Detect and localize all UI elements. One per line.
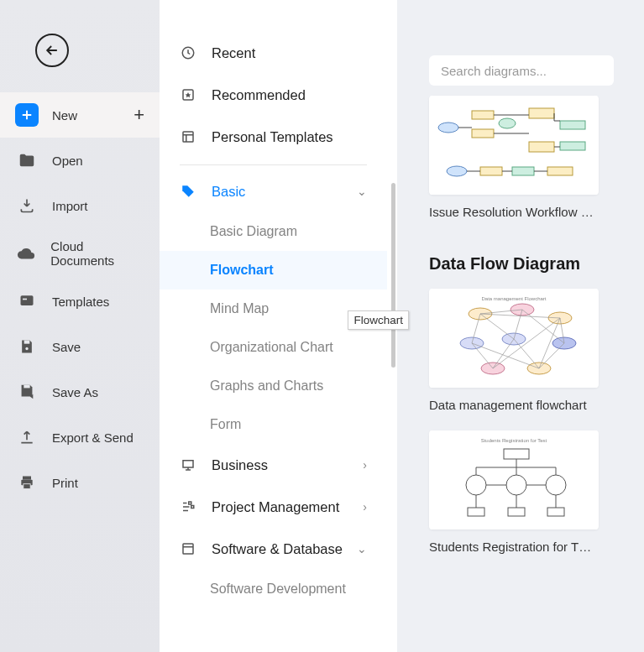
category-project-management[interactable]: Project Management › <box>160 486 387 528</box>
sidebar-item-new[interactable]: New + <box>0 92 160 138</box>
svg-rect-11 <box>183 461 193 467</box>
svg-rect-10 <box>183 132 193 142</box>
category-business[interactable]: Business › <box>160 444 387 486</box>
sidebar-item-save-as[interactable]: Save As <box>0 369 160 415</box>
svg-rect-2 <box>24 341 30 344</box>
database-icon <box>180 540 196 557</box>
svg-rect-4 <box>24 385 29 389</box>
save-icon <box>15 335 39 358</box>
svg-rect-14 <box>183 544 193 554</box>
category-label: Business <box>212 457 268 473</box>
sidebar-item-save[interactable]: Save <box>0 324 160 369</box>
sub-software-development[interactable]: Software Development <box>160 570 387 608</box>
save-as-icon <box>15 380 39 404</box>
print-icon <box>15 471 39 494</box>
divider <box>180 164 367 165</box>
category-basic[interactable]: Basic ⌄ <box>160 170 387 212</box>
svg-rect-38 <box>430 430 598 529</box>
sub-basic-diagram[interactable]: Basic Diagram <box>160 212 387 251</box>
svg-rect-0 <box>21 295 34 305</box>
presentation-icon <box>180 456 196 473</box>
svg-rect-20 <box>560 121 585 129</box>
template-card-students-registration[interactable]: Students Registration for Test Students … <box>429 430 599 554</box>
category-label: Software & Database <box>212 541 343 557</box>
templates-icon <box>15 289 39 313</box>
sub-flowchart[interactable]: Flowchart <box>160 251 387 289</box>
sidebar-item-label: Save <box>52 340 81 354</box>
svg-rect-13 <box>191 506 194 509</box>
search-input[interactable] <box>429 55 614 86</box>
folder-icon <box>15 149 39 172</box>
svg-rect-21 <box>560 142 585 150</box>
template-thumbnail: Students Registration for Test <box>429 430 599 529</box>
category-label: Personal Templates <box>212 129 333 145</box>
svg-rect-26 <box>512 167 534 175</box>
scrollbar-thumb[interactable] <box>391 183 395 368</box>
sidebar-item-label: Open <box>52 154 83 168</box>
project-icon <box>180 498 196 515</box>
clock-icon <box>180 44 196 61</box>
sidebar-item-export-send[interactable]: Export & Send <box>0 415 160 460</box>
sidebar-item-label: Print <box>52 476 78 490</box>
chevron-down-icon: ⌄ <box>357 542 367 556</box>
section-title: Data Flow Diagram <box>429 254 644 274</box>
svg-rect-7 <box>24 484 30 489</box>
template-card-issue-resolution[interactable]: Issue Resolution Workflow … <box>429 96 599 219</box>
import-icon <box>15 194 39 217</box>
category-recent[interactable]: Recent <box>160 32 387 74</box>
sidebar-item-label: New <box>52 108 77 123</box>
svg-rect-12 <box>189 502 191 504</box>
svg-rect-16 <box>472 111 494 119</box>
chevron-right-icon: › <box>363 500 367 514</box>
sidebar-item-cloud-documents[interactable]: Cloud Documents <box>0 228 160 279</box>
sidebar-item-label: Cloud Documents <box>50 239 144 268</box>
svg-text:Data management Flowchart: Data management Flowchart <box>481 296 546 301</box>
template-label: Data management flowchart <box>429 398 599 412</box>
svg-rect-19 <box>529 142 554 152</box>
export-icon <box>15 425 39 449</box>
svg-rect-5 <box>23 477 31 480</box>
add-icon[interactable]: + <box>134 104 144 126</box>
sub-organizational-chart[interactable]: Organizational Chart <box>160 328 387 367</box>
sidebar-item-label: Save As <box>52 385 98 399</box>
svg-rect-27 <box>547 167 573 175</box>
plus-square-icon <box>15 103 39 127</box>
svg-text:Students Registration for Test: Students Registration for Test <box>481 438 547 443</box>
left-sidebar: New + Open Import Cloud Documents Templa… <box>0 0 160 652</box>
sidebar-item-label: Export & Send <box>52 430 134 445</box>
chevron-right-icon: › <box>363 458 367 472</box>
cloud-icon <box>15 242 37 265</box>
sidebar-item-import[interactable]: Import <box>0 183 160 228</box>
sidebar-item-print[interactable]: Print <box>0 460 160 505</box>
template-label: Issue Resolution Workflow … <box>429 205 599 219</box>
back-button[interactable] <box>35 34 69 67</box>
template-card-data-management[interactable]: Data management Flowchart Data managemen… <box>429 289 599 412</box>
template-thumbnail: Data management Flowchart <box>429 289 599 388</box>
sidebar-item-label: Import <box>52 199 88 213</box>
svg-rect-17 <box>472 129 494 138</box>
tag-icon <box>180 183 196 200</box>
sidebar-item-open[interactable]: Open <box>0 138 160 183</box>
category-recommended[interactable]: Recommended <box>160 74 387 116</box>
category-personal-templates[interactable]: Personal Templates <box>160 116 387 158</box>
template-label: Students Registration for T… <box>429 540 599 554</box>
sidebar-item-label: Templates <box>52 295 109 309</box>
category-label: Project Management <box>212 499 339 515</box>
sub-form[interactable]: Form <box>160 405 387 444</box>
svg-point-22 <box>438 123 458 133</box>
arrow-left-icon <box>44 42 60 59</box>
star-icon <box>180 86 196 103</box>
svg-point-23 <box>499 118 516 128</box>
tooltip: Flowchart <box>348 310 409 330</box>
category-software-database[interactable]: Software & Database ⌄ <box>160 528 387 570</box>
category-label: Recommended <box>212 87 306 103</box>
svg-point-3 <box>25 347 28 350</box>
svg-rect-18 <box>529 108 554 118</box>
template-icon <box>180 128 196 145</box>
sub-graphs-charts[interactable]: Graphs and Charts <box>160 367 387 405</box>
svg-rect-25 <box>480 167 502 175</box>
svg-rect-1 <box>23 299 27 300</box>
sidebar-item-templates[interactable]: Templates <box>0 279 160 324</box>
template-thumbnail <box>429 96 599 195</box>
category-label: Basic <box>212 184 245 200</box>
